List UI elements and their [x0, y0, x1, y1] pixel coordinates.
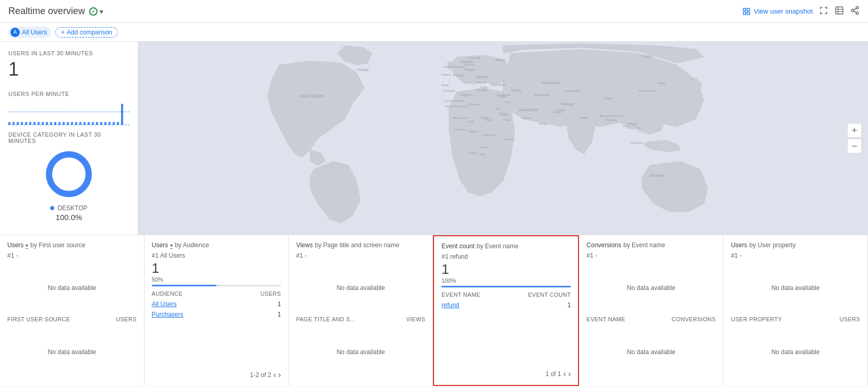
svg-text:Saudi Arabia: Saudi Arabia [519, 108, 538, 112]
row-value: 1 [568, 301, 571, 309]
card-title-main: Users [7, 241, 23, 249]
row-name[interactable]: All Users [152, 300, 177, 308]
svg-point-14 [49, 154, 89, 194]
svg-text:Sudan: Sudan [523, 116, 532, 119]
svg-text:Algeria: Algeria [461, 93, 472, 97]
card-rank: #1 - [7, 252, 137, 259]
svg-text:Malaysia: Malaysia [623, 124, 635, 127]
users-per-minute-label: USERS PER MINUTE [8, 91, 129, 97]
zoom-out-button[interactable]: − [847, 139, 862, 153]
table-header: USER PROPERTYUSERS [731, 316, 860, 322]
svg-text:Syria: Syria [499, 95, 507, 98]
no-data-bottom: No data available [336, 344, 385, 360]
svg-point-9 [851, 9, 854, 12]
svg-text:Portugal: Portugal [443, 89, 455, 92]
svg-rect-4 [836, 7, 843, 14]
view-snapshot-label: View user snapshot [754, 7, 813, 15]
svg-text:Mali: Mali [468, 120, 474, 123]
card-title-suffix: by First user source [30, 241, 85, 249]
svg-text:Chad: Chad [503, 118, 511, 122]
svg-text:Myanmar (Burma): Myanmar (Burma) [600, 114, 625, 117]
all-users-chip[interactable]: A All Users [8, 27, 51, 38]
status-icon [89, 7, 98, 16]
col1-header: PAGE TITLE AND S... [296, 316, 356, 322]
card-big-value: 1 [441, 261, 571, 277]
svg-point-8 [856, 7, 859, 9]
svg-text:Nigeria: Nigeria [468, 130, 478, 133]
col1-header: USER PROPERTY [731, 316, 782, 322]
expand-button[interactable] [819, 6, 828, 17]
card-title-main: Views [296, 241, 313, 249]
pagination-prev-button[interactable]: ‹ [273, 370, 276, 380]
header-dropdown-button[interactable]: ▾ [100, 7, 103, 16]
no-data-bottom: No data available [771, 344, 820, 360]
col2-header: USERS [260, 291, 281, 297]
card-title-main: Users [152, 241, 168, 249]
share-icon [850, 6, 860, 15]
svg-text:Russia: Russia [642, 54, 653, 58]
main-area: USERS IN LAST 30 MINUTES 1 USERS PER MIN… [0, 42, 868, 235]
col2-header: USERS [116, 316, 136, 322]
desktop-legend-dot [50, 206, 54, 210]
user-avatar: A [10, 28, 20, 37]
row-name[interactable]: Purchasers [152, 311, 184, 318]
svg-rect-3 [747, 12, 750, 15]
svg-text:Niger: Niger [486, 118, 493, 122]
svg-text:Ukraine: Ukraine [476, 75, 488, 79]
card-title: Conversions by Event name [586, 241, 716, 249]
svg-text:China: China [604, 96, 613, 100]
svg-line-11 [853, 11, 856, 13]
card-card-6: Users by User property#1 -No data availa… [724, 235, 868, 386]
svg-text:Guinea: Guinea [455, 128, 465, 131]
table-header: EVENT NAMECONVERSIONS [586, 316, 716, 322]
dropdown-icon[interactable]: ▾ [170, 243, 173, 248]
card-title-suffix: by Event name [477, 243, 519, 250]
world-map: United States Canada Poland Ukraine Roma… [138, 42, 868, 235]
card-pct: 50% [152, 276, 281, 283]
add-comparison-button[interactable]: + Add comparison [55, 27, 118, 38]
svg-text:Nepal: Nepal [557, 108, 565, 112]
card-pct: 100% [441, 277, 571, 284]
row-name[interactable]: refund [441, 301, 459, 309]
svg-text:Japan: Japan [658, 81, 666, 84]
svg-text:Nile: Nile [496, 107, 501, 110]
table-button[interactable] [835, 6, 844, 17]
users-30min-value: 1 [8, 58, 129, 80]
table-header: FIRST USER SOURCEUSERS [7, 316, 137, 322]
pagination-next-button[interactable]: › [568, 369, 571, 379]
svg-text:Somalia: Somalia [503, 138, 515, 141]
card-title-main: Conversions [586, 241, 621, 249]
share-button[interactable] [850, 6, 860, 17]
svg-text:DRC: DRC [480, 153, 487, 156]
snapshot-icon [742, 7, 751, 16]
table-row: refund1 [441, 300, 571, 310]
card-title: Users ▾ by First user source [7, 241, 137, 249]
svg-text:Pakistan: Pakistan [561, 102, 575, 106]
dropdown-icon[interactable]: ▾ [26, 243, 28, 248]
pagination-next-button[interactable]: › [278, 370, 281, 380]
header-status: ▾ [89, 7, 103, 16]
progress-bar [441, 286, 571, 287]
pagination-prev-button[interactable]: ‹ [563, 369, 566, 379]
view-snapshot-button[interactable]: View user snapshot [742, 7, 813, 16]
card-card-4: Event count by Event name#1 refund1100%E… [433, 235, 579, 386]
svg-text:Crete: Crete [480, 86, 488, 89]
svg-text:Yemen: Yemen [538, 122, 547, 125]
col1-header: AUDIENCE [152, 291, 183, 297]
card-title-main: Event count [441, 243, 474, 250]
svg-text:Poland: Poland [465, 68, 476, 71]
svg-text:Turkey: Turkey [511, 89, 522, 93]
svg-text:Indonesia: Indonesia [631, 141, 644, 144]
card-rank: #1 - [586, 252, 716, 259]
card-card-1: Users ▾ by First user source#1 -No data … [0, 235, 144, 386]
donut-legend: DESKTOP [50, 204, 87, 212]
left-panel: USERS IN LAST 30 MINUTES 1 USERS PER MIN… [0, 42, 138, 235]
table-header: EVENT NAMEEVENT COUNT [441, 292, 571, 298]
svg-text:Kenya: Kenya [480, 146, 489, 149]
card-title-main: Users [731, 241, 747, 249]
zoom-in-button[interactable]: + [847, 123, 862, 138]
card-title: Event count by Event name [441, 243, 571, 250]
no-data-top: No data available [627, 280, 676, 296]
svg-text:France: France [453, 74, 464, 77]
row-value: 1 [278, 300, 281, 308]
